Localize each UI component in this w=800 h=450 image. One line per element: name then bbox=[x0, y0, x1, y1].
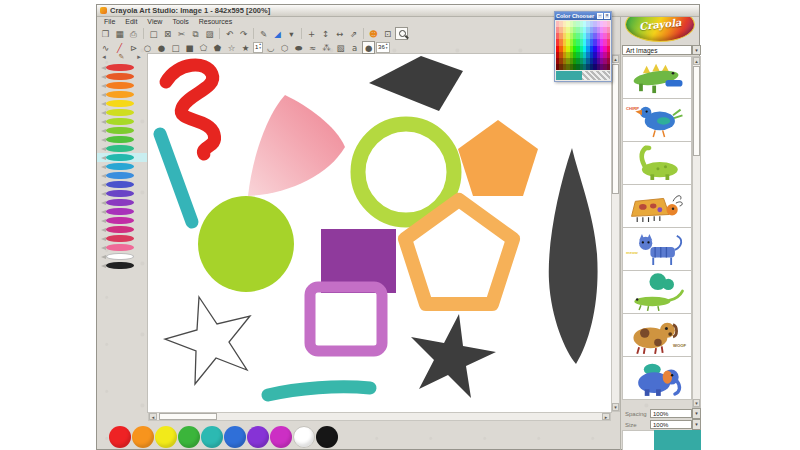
zoom-area-button[interactable]: ⊡ bbox=[381, 27, 394, 40]
wave-tool-button[interactable]: ≈ bbox=[306, 41, 319, 54]
redo-button[interactable]: ↷ bbox=[237, 27, 250, 40]
scroll-up-icon[interactable]: ▴ bbox=[612, 55, 619, 63]
ellipse-filled-tool-button[interactable]: ● bbox=[155, 41, 168, 54]
horizontal-scroll-thumb[interactable] bbox=[159, 413, 217, 420]
crayon-color-22[interactable] bbox=[97, 261, 147, 270]
crayon-color-2[interactable] bbox=[97, 81, 147, 90]
lasso-tool-button[interactable]: ◡ bbox=[264, 41, 277, 54]
open-button[interactable]: ❒ bbox=[99, 27, 112, 40]
palette-color-1[interactable] bbox=[132, 426, 154, 448]
pentagon-filled-tool-button[interactable]: ⬟ bbox=[211, 41, 224, 54]
shape-sides-stepper[interactable]: 1▴▾ bbox=[253, 42, 263, 53]
crayon-color-0[interactable] bbox=[97, 63, 147, 72]
category-dropdown[interactable]: Art Images bbox=[622, 45, 692, 55]
chooser-selected-swatch[interactable] bbox=[556, 71, 582, 80]
save-button[interactable]: ▦ bbox=[113, 27, 126, 40]
drawing-canvas[interactable] bbox=[148, 54, 611, 412]
palette-color-4[interactable] bbox=[201, 426, 223, 448]
brush-icon[interactable]: ✎ bbox=[116, 53, 128, 61]
print-button[interactable]: ⎙ bbox=[127, 27, 140, 40]
stamp-person-button[interactable]: ☻ bbox=[367, 27, 380, 40]
scroll-down-icon[interactable]: ▾ bbox=[693, 399, 700, 407]
crayon-color-21[interactable] bbox=[97, 252, 147, 261]
crayon-color-14[interactable] bbox=[97, 189, 147, 198]
crayon-color-5[interactable] bbox=[97, 108, 147, 117]
crayon-color-9[interactable] bbox=[97, 144, 147, 153]
undo-button[interactable]: ↶ bbox=[223, 27, 236, 40]
scroll-left-icon[interactable]: ◂ bbox=[149, 413, 157, 420]
pattern-tool-button[interactable]: ▧ bbox=[334, 41, 347, 54]
copy-button[interactable]: ⧉ bbox=[189, 27, 202, 40]
crayon-color-12[interactable] bbox=[97, 171, 147, 180]
brush-prev-button[interactable]: ◂ bbox=[98, 53, 110, 61]
brush-next-button[interactable]: ▸ bbox=[133, 53, 145, 61]
spacing-value[interactable]: 100% bbox=[650, 409, 692, 418]
move-button[interactable]: + bbox=[305, 27, 318, 40]
art-list-scrollbar[interactable]: ▴ ▾ bbox=[692, 56, 701, 408]
spacing-dropdown-icon[interactable]: ▾ bbox=[692, 408, 701, 419]
size-value[interactable]: 100% bbox=[650, 420, 692, 429]
paste-button[interactable]: ▨ bbox=[203, 27, 216, 40]
crayon-color-4[interactable] bbox=[97, 99, 147, 108]
cut-button[interactable]: ✂ bbox=[175, 27, 188, 40]
art-item-elephant[interactable] bbox=[622, 357, 692, 400]
palette-color-8[interactable] bbox=[293, 426, 315, 448]
new-image-button[interactable]: □ bbox=[147, 27, 160, 40]
palette-color-2[interactable] bbox=[155, 426, 177, 448]
canvas-vertical-scrollbar[interactable]: ▴ ▾ bbox=[611, 54, 620, 412]
polygon-lasso-tool-button[interactable]: ⬡ bbox=[278, 41, 291, 54]
delete-selection-button[interactable]: ⊠ bbox=[161, 27, 174, 40]
star-outline-tool-button[interactable]: ☆ bbox=[225, 41, 238, 54]
palette-color-3[interactable] bbox=[178, 426, 200, 448]
magnifier-button[interactable] bbox=[395, 27, 408, 40]
scroll-down-icon[interactable]: ▾ bbox=[612, 403, 619, 411]
blob-tool-button[interactable]: ⬬ bbox=[292, 41, 305, 54]
palette-color-9[interactable] bbox=[316, 426, 338, 448]
crayon-color-10[interactable] bbox=[97, 153, 147, 162]
current-color-swatch[interactable] bbox=[654, 430, 701, 450]
rotate-button[interactable]: ⇗ bbox=[347, 27, 360, 40]
crayon-color-18[interactable] bbox=[97, 225, 147, 234]
close-icon[interactable]: × bbox=[604, 13, 610, 19]
menu-item-view[interactable]: View bbox=[142, 18, 167, 25]
art-item-cat[interactable]: meow bbox=[622, 228, 692, 271]
color-grid[interactable] bbox=[556, 21, 610, 70]
resize-vertical-button[interactable]: ↕ bbox=[319, 27, 332, 40]
palette-color-5[interactable] bbox=[224, 426, 246, 448]
crayon-color-7[interactable] bbox=[97, 126, 147, 135]
minimize-icon[interactable]: − bbox=[597, 13, 603, 19]
art-item-alligator[interactable] bbox=[622, 56, 692, 99]
crayon-color-16[interactable] bbox=[97, 207, 147, 216]
art-item-bird[interactable]: CHIRP bbox=[622, 99, 692, 142]
menu-item-edit[interactable]: Edit bbox=[120, 18, 142, 25]
art-item-dinosaur[interactable] bbox=[622, 142, 692, 185]
crayon-color-19[interactable] bbox=[97, 234, 147, 243]
resize-horizontal-button[interactable]: ↔ bbox=[333, 27, 346, 40]
crayon-color-11[interactable] bbox=[97, 162, 147, 171]
rect-outline-tool-button[interactable]: □ bbox=[169, 41, 182, 54]
art-item-lizard[interactable] bbox=[622, 271, 692, 314]
crayon-color-1[interactable] bbox=[97, 72, 147, 81]
brush-size-stepper[interactable]: 36▴▾ bbox=[376, 42, 389, 53]
palette-color-0[interactable] bbox=[109, 426, 131, 448]
chevron-down-icon[interactable]: ▾ bbox=[692, 45, 701, 55]
star-filled-tool-button[interactable]: ★ bbox=[239, 41, 252, 54]
crayon-color-17[interactable] bbox=[97, 216, 147, 225]
text-tool-button[interactable]: a bbox=[348, 41, 361, 54]
size-dropdown-icon[interactable]: ▾ bbox=[692, 419, 701, 430]
crayon-color-8[interactable] bbox=[97, 135, 147, 144]
canvas-horizontal-scrollbar[interactable]: ◂ ▸ bbox=[148, 412, 611, 421]
scroll-up-icon[interactable]: ▴ bbox=[693, 57, 700, 65]
rect-filled-tool-button[interactable]: ■ bbox=[183, 41, 196, 54]
tool-dropdown-button[interactable]: ▾ bbox=[285, 27, 298, 40]
crayon-color-3[interactable] bbox=[97, 90, 147, 99]
crayon-color-15[interactable] bbox=[97, 198, 147, 207]
scroll-right-icon[interactable]: ▸ bbox=[602, 413, 610, 420]
palette-color-7[interactable] bbox=[270, 426, 292, 448]
dot-tool-button[interactable]: ● bbox=[362, 41, 375, 54]
menu-item-file[interactable]: File bbox=[99, 18, 120, 25]
spray-tool-button[interactable]: ⁂ bbox=[320, 41, 333, 54]
art-list-scroll-thumb[interactable] bbox=[693, 66, 700, 156]
art-item-dog[interactable]: WOOF bbox=[622, 314, 692, 357]
menu-item-tools[interactable]: Tools bbox=[167, 18, 193, 25]
